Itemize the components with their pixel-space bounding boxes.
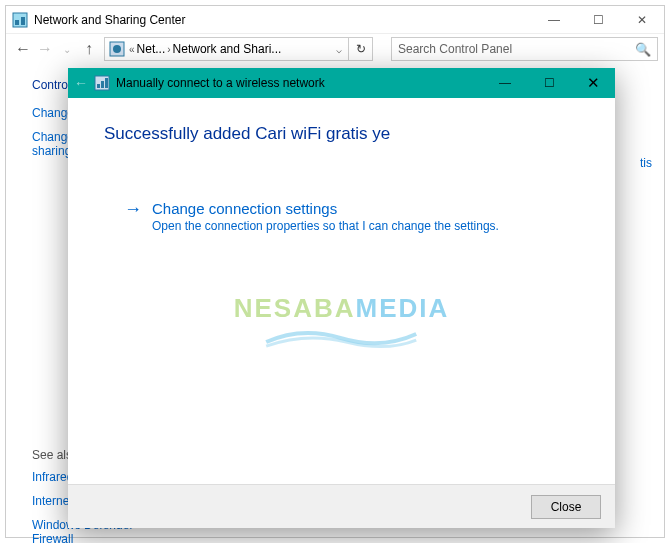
breadcrumb-seg1[interactable]: Net... (137, 42, 166, 56)
manually-connect-dialog: ← Manually connect to a wireless network… (68, 68, 615, 528)
search-placeholder: Search Control Panel (398, 42, 512, 56)
option-description: Open the connection properties so that I… (152, 219, 499, 233)
svg-rect-1 (15, 20, 19, 25)
svg-rect-2 (21, 17, 25, 25)
maximize-button[interactable]: ☐ (576, 6, 620, 33)
minimize-button[interactable]: — (532, 6, 576, 33)
change-connection-settings-option[interactable]: → Change connection settings Open the co… (124, 200, 579, 233)
breadcrumb-chevron-icon: › (167, 44, 170, 55)
wireless-icon (94, 75, 110, 91)
nav-toolbar: ← → ⌄ ↑ « Net... › Network and Shari... … (6, 34, 664, 64)
network-icon (109, 41, 125, 57)
recent-locations-button[interactable]: ⌄ (56, 38, 78, 60)
dialog-title: Manually connect to a wireless network (116, 76, 325, 90)
dialog-close-x[interactable]: ✕ (571, 68, 615, 98)
breadcrumb-chevron-icon: « (129, 44, 135, 55)
close-button[interactable]: ✕ (620, 6, 664, 33)
watermark-wave-icon (261, 324, 421, 350)
dialog-titlebar: ← Manually connect to a wireless network… (68, 68, 615, 98)
watermark: NESABAMEDIA (234, 293, 450, 350)
search-input[interactable]: Search Control Panel 🔍 (391, 37, 658, 61)
search-icon[interactable]: 🔍 (635, 42, 651, 57)
main-window-title: Network and Sharing Center (34, 13, 532, 27)
dialog-back-icon[interactable]: ← (74, 75, 88, 91)
breadcrumb-seg2[interactable]: Network and Shari... (173, 42, 282, 56)
forward-button[interactable]: → (34, 38, 56, 60)
arrow-right-icon: → (124, 200, 142, 218)
window-controls: — ☐ ✕ (532, 6, 664, 33)
dialog-footer: Close (68, 484, 615, 528)
breadcrumb-dropdown-icon[interactable]: ⌵ (336, 44, 342, 55)
up-button[interactable]: ↑ (78, 38, 100, 60)
success-heading: Successfully added Cari wiFi gratis ye (104, 124, 579, 144)
dialog-maximize-button[interactable]: ☐ (527, 68, 571, 98)
svg-rect-7 (101, 81, 104, 88)
svg-rect-8 (105, 78, 108, 88)
breadcrumb[interactable]: « Net... › Network and Shari... ⌵ (104, 37, 349, 61)
svg-rect-6 (97, 84, 100, 88)
close-button[interactable]: Close (531, 495, 601, 519)
refresh-button[interactable]: ↻ (349, 37, 373, 61)
back-button[interactable]: ← (12, 38, 34, 60)
control-panel-icon (12, 12, 28, 28)
truncated-link-peek[interactable]: tis (640, 156, 652, 170)
svg-point-4 (113, 45, 121, 53)
dialog-minimize-button[interactable]: — (483, 68, 527, 98)
main-titlebar: Network and Sharing Center — ☐ ✕ (6, 6, 664, 34)
option-label: Change connection settings (152, 200, 499, 217)
